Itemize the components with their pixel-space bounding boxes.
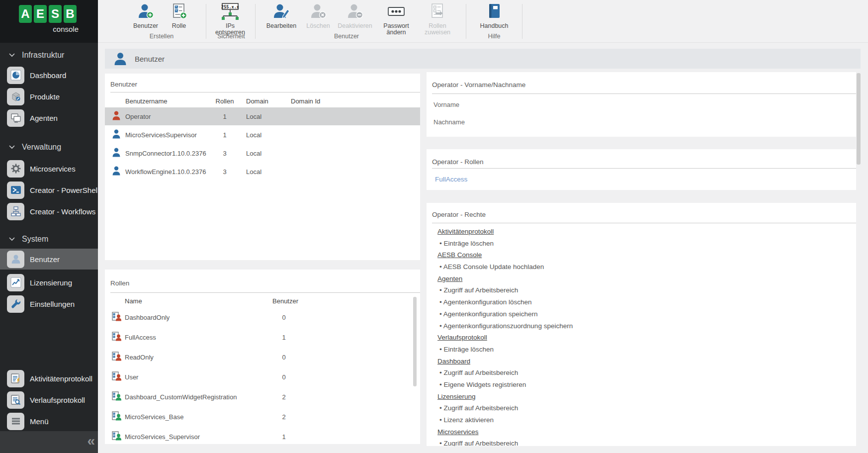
users-panel-title: Benutzer (110, 81, 137, 88)
chevron-down-icon (9, 53, 15, 57)
user-domain: Local (246, 131, 261, 139)
sidebar-section-system[interactable]: System (0, 233, 98, 246)
user-disable-icon (346, 2, 364, 20)
role-name: User (125, 373, 138, 381)
rights-item: Einträge löschen (437, 346, 851, 358)
dashboard-icon (7, 67, 24, 84)
rights-group-heading[interactable]: Agenten (437, 275, 851, 287)
sidebar-item-verlaufsprotokoll[interactable]: Verlaufsprotokoll (0, 389, 98, 410)
create-role-button[interactable]: Rolle (161, 2, 197, 29)
unlock-ips-button[interactable]: 255.x.x IPs entsperren (212, 2, 248, 36)
rights-group-heading[interactable]: Aktivitätenprotokoll (437, 228, 851, 240)
sidebar-item-aktivitaetenprotokoll[interactable]: Aktivitätenprotokoll (0, 368, 98, 389)
column-header[interactable]: Benutzer (272, 297, 298, 305)
role-icon (112, 352, 121, 362)
deactivate-user-button[interactable]: Deaktivieren (337, 2, 373, 29)
column-header[interactable]: Domain Id (291, 97, 320, 105)
ribbon-button-label: Rolle (161, 23, 197, 29)
history-log-icon (7, 391, 24, 409)
logo-subtitle: console (0, 25, 79, 33)
user-roles-count: 1 (210, 131, 240, 139)
collapse-sidebar-button[interactable]: « (87, 433, 94, 449)
role-row[interactable]: User 0 (105, 367, 420, 387)
user-row[interactable]: Operator 1 Local (105, 107, 420, 125)
role-link-fullaccess[interactable]: FullAccess (435, 176, 467, 183)
sidebar-item-creator-powershell[interactable]: Creator - PowerShell (0, 180, 98, 200)
role-name: Dashboard_CustomWidgetRegistration (125, 393, 237, 401)
rights-group-heading[interactable]: Lizensierung (437, 393, 851, 405)
gear-icon (7, 160, 24, 178)
rights-group-heading[interactable]: AESB Console (437, 251, 851, 263)
license-chart-icon (7, 274, 24, 291)
role-row[interactable]: FullAccess 1 (105, 327, 420, 347)
role-add-icon (170, 2, 188, 20)
column-header[interactable]: Name (125, 297, 142, 305)
detail-section-title: Operator - Rechte (432, 211, 486, 218)
user-edit-icon (272, 2, 290, 20)
role-icon (112, 312, 121, 323)
assign-roles-button[interactable]: Rollen zuweisen (420, 2, 455, 36)
sidebar-section-infrastruktur[interactable]: Infrastruktur (0, 49, 98, 62)
sidebar-item-label: Agenten (30, 114, 58, 122)
sidebar-section-verwaltung[interactable]: Verwaltung (0, 141, 98, 154)
rights-item: Zugriff auf Arbeitsbereich (437, 369, 851, 381)
user-row[interactable]: WorkflowEngine1.10.0.2376 3 Local (105, 163, 420, 181)
sidebar-item-lizensierung[interactable]: Lizensierung (0, 272, 98, 293)
rights-item: Einträge löschen (437, 240, 851, 252)
users-panel: Benutzer Benutzername Rollen Domain Doma… (105, 74, 420, 260)
role-row[interactable]: MicroServices_Base 2 (105, 407, 420, 427)
page-title: Benutzer (135, 55, 165, 63)
sidebar-item-produkte[interactable]: Produkte (0, 86, 98, 107)
user-row[interactable]: SnmpConnector1.10.0.2376 3 Local (105, 144, 420, 162)
role-name: ReadOnly (125, 354, 154, 361)
sidebar-item-dashboard[interactable]: Dashboard (0, 65, 98, 86)
ip-unlock-icon: 255.x.x (218, 2, 242, 20)
divider (432, 168, 856, 169)
workflow-icon (7, 203, 24, 220)
sidebar-item-einstellungen[interactable]: Einstellungen (0, 293, 98, 314)
sidebar-item-agenten[interactable]: Agenten (0, 107, 98, 128)
rights-group-heading[interactable]: Verlaufsprotokoll (437, 334, 851, 346)
role-row[interactable]: Dashboard_CustomWidgetRegistration 2 (105, 387, 420, 407)
role-row[interactable]: DashboardOnly 0 (105, 307, 420, 327)
user-delete-icon (309, 2, 327, 20)
role-icon (112, 431, 121, 442)
divider (432, 223, 856, 223)
sidebar-item-microservices[interactable]: Microservices (0, 158, 98, 179)
role-user-count: 0 (269, 373, 299, 381)
column-header[interactable]: Domain (246, 97, 268, 105)
edit-user-button[interactable]: Bearbeiten (263, 2, 299, 29)
manual-button[interactable]: Handbuch (476, 2, 512, 29)
wrench-icon (7, 295, 24, 313)
create-user-button[interactable]: Benutzer (128, 2, 164, 29)
user-roles-count: 3 (210, 150, 240, 157)
sidebar-item-benutzer[interactable]: Benutzer (0, 249, 98, 270)
role-user-count: 1 (269, 433, 299, 441)
role-row[interactable]: ReadOnly 0 (105, 347, 420, 367)
roles-panel: Rollen Name Benutzer DashboardOnly 0 Ful… (105, 270, 420, 444)
chevron-down-icon (9, 145, 15, 149)
rights-group-heading[interactable]: Dashboard (437, 358, 851, 369)
delete-user-button[interactable]: Löschen (300, 2, 336, 29)
detail-rights-section: Operator - Rechte Aktivitätenprotokoll E… (427, 203, 856, 446)
sidebar-footer-bar: « (0, 431, 98, 453)
rights-group-heading[interactable]: Microservices (437, 428, 851, 440)
divider (432, 93, 856, 94)
user-domain: Local (246, 168, 261, 176)
firstname-field-label: Vorname (434, 101, 459, 108)
sidebar-item-menue[interactable]: Menü (0, 411, 98, 432)
column-header[interactable]: Rollen (210, 97, 240, 105)
user-domain: Local (246, 150, 261, 157)
column-header[interactable]: Benutzername (125, 97, 168, 105)
change-password-button[interactable]: Passwort ändern (378, 2, 414, 36)
roles-list-scrollbar[interactable] (413, 297, 417, 386)
user-row[interactable]: MicroServicesSupervisor 1 Local (105, 126, 420, 144)
role-row[interactable]: MicroServices_Supervisor 1 (105, 427, 420, 447)
sidebar-item-creator-workflows[interactable]: Creator - Workflows (0, 201, 98, 222)
page-header-bar: Benutzer (105, 49, 861, 69)
ribbon-button-label: Benutzer (128, 23, 164, 29)
role-user-count: 2 (269, 413, 299, 421)
rights-list: Aktivitätenprotokoll Einträge löschen AE… (437, 228, 851, 446)
detail-panel-scrollbar[interactable] (857, 73, 861, 165)
sidebar-item-label: Produkte (30, 92, 60, 101)
